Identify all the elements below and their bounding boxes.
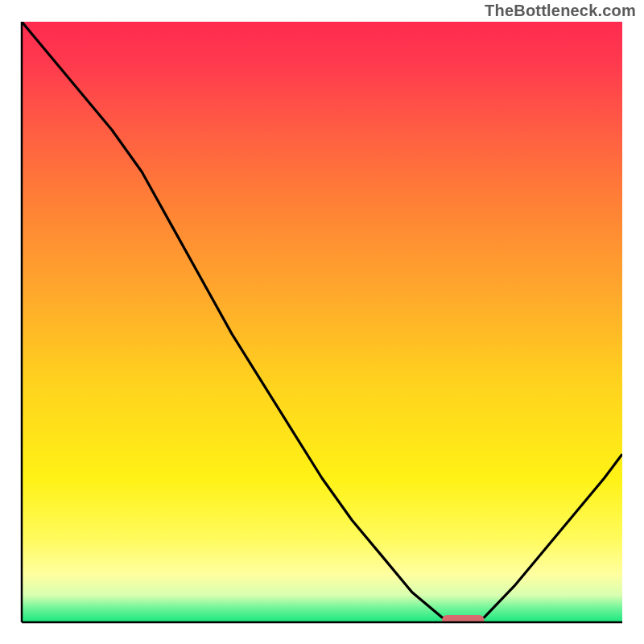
optimal-marker (442, 615, 484, 626)
bottleneck-chart (0, 0, 644, 644)
plot-background (22, 22, 622, 622)
